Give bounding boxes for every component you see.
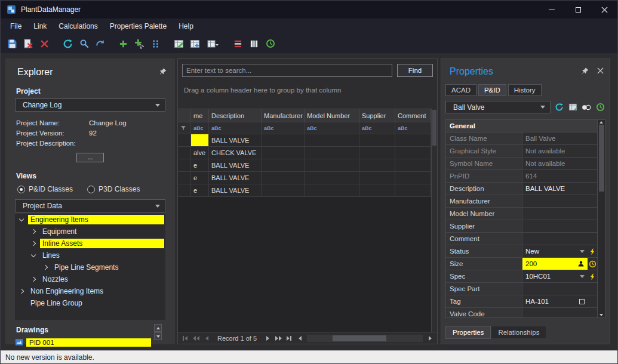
table-row[interactable]: e BALL VALVE <box>178 184 431 197</box>
delete-button[interactable] <box>36 36 53 51</box>
cell-name[interactable]: alve <box>191 147 209 159</box>
import-table-button[interactable] <box>187 36 203 51</box>
cell-model-number[interactable] <box>305 159 359 172</box>
prev-record-button[interactable] <box>202 334 211 343</box>
cell-model-number[interactable] <box>305 134 359 147</box>
prev-page-button[interactable] <box>191 334 201 343</box>
cell-comment[interactable] <box>395 184 431 197</box>
chevron-expanded-icon[interactable] <box>31 252 36 257</box>
grid-sync-button[interactable] <box>567 102 578 113</box>
column-header-supplier[interactable]: Supplier <box>359 109 395 122</box>
menu-item-link[interactable]: Link <box>27 20 53 33</box>
save-button[interactable] <box>4 36 20 51</box>
cell-name[interactable]: e <box>191 184 209 197</box>
redo-button[interactable] <box>92 36 108 51</box>
property-row-size[interactable]: Size 200 <box>446 258 597 270</box>
property-row-spec[interactable]: Spec 10HC01 <box>446 270 597 283</box>
scroll-right-button[interactable] <box>425 334 435 343</box>
cell-comment[interactable] <box>395 147 431 159</box>
property-row-supplier[interactable]: Supplier <box>446 220 597 233</box>
cell-model-number[interactable] <box>305 147 359 159</box>
cell-comment[interactable] <box>395 172 431 184</box>
table-row[interactable]: BALL VALVE <box>178 134 431 147</box>
cell-manufacturer[interactable] <box>262 172 305 184</box>
add-button[interactable] <box>115 36 131 51</box>
table-row[interactable]: alve CHECK VALVE <box>178 147 431 159</box>
scrollbar-thumb[interactable] <box>333 335 386 341</box>
cell-supplier[interactable] <box>359 172 395 184</box>
cell-model-number[interactable] <box>305 172 359 184</box>
chevron-expanded-icon[interactable] <box>19 216 24 221</box>
property-row-comment[interactable]: Comment <box>446 233 597 245</box>
tree-item-nozzles[interactable]: Nozzles <box>15 273 165 285</box>
column-header-description[interactable]: Description <box>209 109 262 122</box>
refresh-properties-button[interactable] <box>554 102 564 113</box>
next-record-button[interactable] <box>263 334 272 343</box>
property-row-class-name[interactable]: Class Name Ball Valve <box>446 132 597 145</box>
next-page-button[interactable] <box>273 334 283 343</box>
arrow-down-icon[interactable] <box>599 314 603 316</box>
pending-changes-button[interactable] <box>262 36 278 51</box>
compare-button[interactable] <box>581 102 592 113</box>
tree-item-pipe-line-group[interactable]: Pipe Line Group <box>15 297 165 309</box>
tab-pid[interactable]: P&ID <box>478 84 506 96</box>
filter-cell-model-number[interactable]: aBc <box>305 122 359 134</box>
table-view-menu-button[interactable] <box>203 36 223 51</box>
filter-cell-comment[interactable]: aBc <box>395 122 431 134</box>
discard-changes-button[interactable] <box>20 36 36 51</box>
dropdown-caret-icon[interactable] <box>580 250 585 253</box>
cell-supplier[interactable] <box>359 184 395 197</box>
maximize-button[interactable] <box>565 1 591 18</box>
property-row-symbol-name[interactable]: Symbol Name Not available <box>446 158 597 170</box>
tab-history[interactable]: History <box>508 84 542 96</box>
close-button[interactable] <box>591 1 617 18</box>
property-row-status[interactable]: Status New <box>446 245 597 258</box>
filter-cell-name[interactable]: aBc <box>191 122 209 134</box>
tree-item-inline-assets[interactable]: Inline Assets <box>15 237 165 249</box>
tree-item-equipment[interactable]: Equipment <box>15 226 165 237</box>
cell-comment[interactable] <box>395 159 431 172</box>
table-row[interactable]: e BALL VALVE <box>178 172 431 184</box>
section-header-general[interactable]: General <box>446 120 597 132</box>
filter-indicator-cell[interactable] <box>178 122 191 134</box>
pin-icon[interactable] <box>582 67 589 76</box>
scroll-left-button[interactable] <box>295 334 305 343</box>
close-panel-button[interactable] <box>597 67 604 76</box>
scrollbar-thumb[interactable] <box>599 125 604 192</box>
project-dropdown[interactable]: Change Log <box>15 98 165 112</box>
chevron-collapsed-icon[interactable] <box>31 229 36 234</box>
cell-supplier[interactable] <box>359 159 395 172</box>
property-row-model-number[interactable]: Model Number <box>446 208 597 220</box>
property-row-pnpid[interactable]: PnPID 614 <box>446 170 597 183</box>
property-row-description[interactable]: Description BALL VALVE <box>446 183 597 195</box>
chevron-collapsed-icon[interactable] <box>19 289 24 294</box>
drawing-item[interactable]: PID 001 <box>15 337 151 347</box>
columns-view-button[interactable] <box>246 36 262 51</box>
cell-description[interactable]: BALL VALVE <box>209 134 262 147</box>
scroll-down-button[interactable] <box>154 332 162 340</box>
filter-cell-description[interactable]: aBc <box>209 122 262 134</box>
cell-manufacturer[interactable] <box>262 134 305 147</box>
column-header-name[interactable]: me <box>191 109 209 122</box>
menu-item-properties-palette[interactable]: Properties Palette <box>104 20 173 33</box>
cell-manufacturer[interactable] <box>262 159 305 172</box>
tree-item-engineering-items[interactable]: Engineering Items <box>15 214 165 226</box>
column-header-model-number[interactable]: Model Number <box>305 109 359 122</box>
property-row-spec-part[interactable]: Spec Part <box>446 283 597 295</box>
class-dropdown[interactable]: Ball Valve <box>445 101 551 113</box>
cell-description[interactable]: CHECK VALVE <box>209 147 262 159</box>
cell-name[interactable]: e <box>191 159 209 172</box>
cell-name[interactable] <box>191 134 209 147</box>
cell-manufacturer[interactable] <box>262 184 305 197</box>
chevron-collapsed-icon[interactable] <box>31 277 36 282</box>
radio-p3d-classes[interactable]: P3D Classes <box>87 185 140 193</box>
add-assign-button[interactable] <box>131 36 147 51</box>
horizontal-scrollbar[interactable] <box>307 335 423 342</box>
change-rows-button[interactable] <box>230 36 246 51</box>
cell-description[interactable]: BALL VALVE <box>209 172 262 184</box>
cell-manufacturer[interactable] <box>262 147 305 159</box>
tab-relationships[interactable]: Relationships <box>491 326 546 339</box>
search-button[interactable] <box>76 36 92 51</box>
property-row-tag[interactable]: Tag HA-101 <box>446 295 597 308</box>
chevron-collapsed-icon[interactable] <box>43 265 48 270</box>
